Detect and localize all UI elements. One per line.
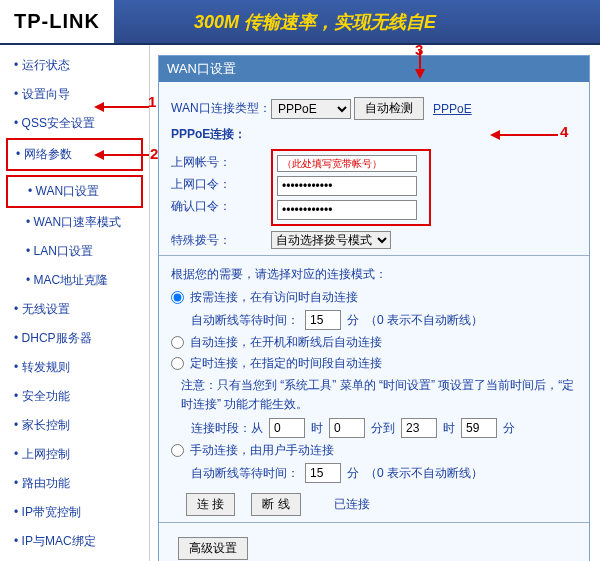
confirm-label: 确认口令： [171,198,271,215]
sidebar-item-status[interactable]: 运行状态 [6,51,143,80]
mode-on-demand-row[interactable]: 按需连接，在有访问时自动连接 [171,289,577,306]
mode-timed-radio[interactable] [171,357,184,370]
mode-on-demand-radio[interactable] [171,291,184,304]
mode-auto-radio[interactable] [171,336,184,349]
idle-note: （0 表示不自动断线） [365,312,483,329]
separator2 [159,522,589,523]
minute2-label: 分 [347,465,359,482]
to-min-label: 分 [503,420,515,437]
connect-button[interactable]: 连 接 [186,493,235,516]
logo: TP-LINK [0,0,114,43]
sidebar-item-security[interactable]: 安全功能 [6,382,143,411]
mode-manual-row[interactable]: 手动连接，由用户手动连接 [171,442,577,459]
password-label: 上网口令： [171,176,271,193]
mode-hint: 根据您的需要，请选择对应的连接模式： [171,266,577,283]
sidebar-item-mac[interactable]: MAC地址克隆 [6,266,143,295]
minute-label: 分 [347,312,359,329]
special-dial-label: 特殊拨号： [171,232,271,249]
wan-panel: WAN口设置 WAN口连接类型： PPPoE 自动检测 PPPoE PPPoE连… [158,55,590,561]
mode-manual-radio[interactable] [171,444,184,457]
account-label: 上网帐号： [171,154,271,171]
credentials-box [271,149,431,226]
slogan: 300M 传输速率，实现无线自E [194,10,436,34]
sidebar-item-ipmac[interactable]: IP与MAC绑定 [6,527,143,556]
password-input[interactable] [277,176,417,196]
timed-note: 注意：只有当您到 “系统工具” 菜单的 “时间设置” 项设置了当前时间后，“定时… [181,376,577,414]
mode-auto-row[interactable]: 自动连接，在开机和断线后自动连接 [171,334,577,351]
special-dial-select[interactable]: 自动选择拨号模式 [271,231,391,249]
sidebar-item-access[interactable]: 上网控制 [6,440,143,469]
app-header: TP-LINK 300M 传输速率，实现无线自E [0,0,600,45]
sidebar-item-forward[interactable]: 转发规则 [6,353,143,382]
idle2-note: （0 表示不自动断线） [365,465,483,482]
mode-timed-row[interactable]: 定时连接，在指定的时间段自动连接 [171,355,577,372]
idle-label: 自动断线等待时间： [191,312,299,329]
sidebar-item-bandwidth[interactable]: IP带宽控制 [6,498,143,527]
min-to-label: 分到 [371,420,395,437]
sidebar-item-network[interactable]: 网络参数 [6,138,143,171]
conn-type-label: WAN口连接类型： [171,100,271,117]
mode-auto-label: 自动连接，在开机和断线后自动连接 [190,334,382,351]
confirm-input[interactable] [277,200,417,220]
pppoe-link[interactable]: PPPoE [433,102,472,116]
sidebar-item-qss[interactable]: QSS安全设置 [6,109,143,138]
annotation-1: 1 [148,93,156,110]
main-content: 1 2 3 4 WAN口设置 WAN口连接类型： PPPoE 自动检测 PPPo… [150,45,600,561]
pppoe-subtitle: PPPoE连接： [171,126,577,143]
to-min-input[interactable] [461,418,497,438]
sidebar-item-wireless[interactable]: 无线设置 [6,295,143,324]
sidebar-item-routing[interactable]: 路由功能 [6,469,143,498]
sidebar-item-wan[interactable]: WAN口设置 [6,175,143,208]
to-hour-input[interactable] [401,418,437,438]
period-label: 连接时段：从 [191,420,263,437]
to-hour-label: 时 [443,420,455,437]
from-min-input[interactable] [329,418,365,438]
sidebar-item-wan-rate[interactable]: WAN口速率模式 [6,208,143,237]
idle2-input[interactable] [305,463,341,483]
separator [159,255,589,256]
from-hour-input[interactable] [269,418,305,438]
auto-detect-button[interactable]: 自动检测 [354,97,424,120]
sidebar-item-wizard[interactable]: 设置向导 [6,80,143,109]
idle2-label: 自动断线等待时间： [191,465,299,482]
idle-input[interactable] [305,310,341,330]
mode-on-demand-label: 按需连接，在有访问时自动连接 [190,289,358,306]
sidebar: 运行状态 设置向导 QSS安全设置 网络参数 WAN口设置 WAN口速率模式 L… [0,45,150,561]
disconnect-button[interactable]: 断 线 [251,493,300,516]
mode-timed-label: 定时连接，在指定的时间段自动连接 [190,355,382,372]
sidebar-item-parent[interactable]: 家长控制 [6,411,143,440]
advanced-button[interactable]: 高级设置 [178,537,248,560]
sidebar-item-lan[interactable]: LAN口设置 [6,237,143,266]
conn-type-select[interactable]: PPPoE [271,99,351,119]
mode-manual-label: 手动连接，由用户手动连接 [190,442,334,459]
panel-title: WAN口设置 [159,56,589,82]
sidebar-item-dhcp[interactable]: DHCP服务器 [6,324,143,353]
connection-status: 已连接 [334,496,370,513]
account-input[interactable] [277,155,417,172]
hour-label: 时 [311,420,323,437]
